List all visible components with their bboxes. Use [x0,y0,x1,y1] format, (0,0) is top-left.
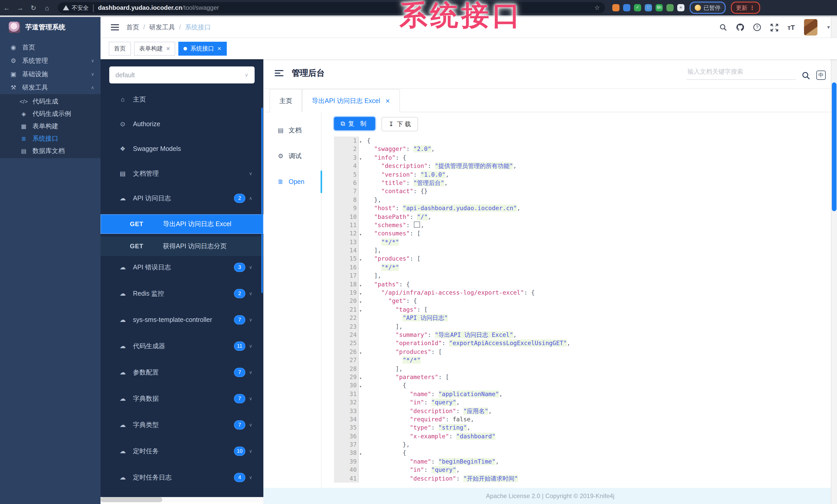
sidebar-item-基础设施[interactable]: ▣基础设施∨ [0,68,101,81]
fold-caret-icon[interactable]: ▾ [359,349,362,358]
api-group-字典类型[interactable]: ☁字典类型7∨ [101,416,263,434]
fold-caret-icon[interactable]: ▾ [359,307,362,316]
chevron-down-icon[interactable]: ▼ [826,25,831,30]
code-line: 36 "x-example": "dashboard" [334,432,837,441]
code-line: 9 "host": "api-dashboard.yudao.iocoder.c… [334,204,837,212]
profile-chip[interactable]: 已暂停 [690,2,726,14]
sidebar-toggle-icon[interactable] [111,24,119,31]
fold-caret-icon[interactable]: ▾ [359,231,362,240]
security-label[interactable]: 不安全 [72,4,89,12]
api-group-Redis 监控[interactable]: ☁Redis 监控2∨ [101,285,263,302]
forward-icon[interactable]: → [13,4,27,12]
api-panel-hscrollbar[interactable] [101,497,263,502]
ext-orange-icon[interactable] [612,4,620,11]
code-text: "*/*" [359,263,399,272]
help-icon[interactable]: ? [753,23,761,32]
copy-button[interactable]: ⧉ 复 制 [334,117,375,130]
tag-系统接口[interactable]: 系统接口✕ [179,42,227,56]
fold-caret-icon[interactable]: ▾ [359,138,362,147]
sidebar-item-研发工具[interactable]: ⚒研发工具∧ [0,81,101,94]
extensions-row: ✓∷6h★ [612,4,684,11]
fold-caret-icon[interactable]: ▾ [359,155,362,164]
api-group-定时任务[interactable]: ☁定时任务10∨ [101,443,263,460]
sidebar-subitem-系统接口[interactable]: ≣系统接口 [0,132,101,145]
api-group-API 错误日志[interactable]: ☁API 错误日志3∨ [101,259,263,276]
api-group-sys-sms-template-controller[interactable]: ☁sys-sms-template-controller7∨ [101,311,263,329]
download-button[interactable]: ↧ 下 载 [381,117,418,131]
api-operation[interactable]: GET获得API 访问日志分页 [101,237,263,256]
home-icon[interactable]: ⌂ [40,4,54,12]
api-operation[interactable]: GET导出API 访问日志 Excel [101,214,263,234]
doc-area: 管理后台 输入文档关键字搜索 中 主页导出API 访问日志 Excel✕ ▤文档… [263,59,837,504]
rail-item-文档[interactable]: ▤文档 [263,122,321,139]
github-icon[interactable] [736,23,744,32]
line-number: 20▾ [334,297,359,305]
empty-array-fold-icon[interactable] [414,222,420,228]
api-nav-主页[interactable]: ⌂主页 [101,91,263,108]
line-number: 22 [334,314,359,322]
menu-fold-icon[interactable] [275,70,283,77]
sidebar-subitem-代码生成[interactable]: </>代码生成 [0,95,101,108]
count-badge: 11 [234,341,245,351]
ext-white-star-icon[interactable]: ★ [677,4,684,11]
api-group-定时任务日志[interactable]: ☁定时任务日志4∨ [101,469,263,486]
api-group-select[interactable]: default ∨ [109,67,255,83]
page-scrollbar[interactable] [831,17,837,504]
fold-caret-icon[interactable]: ▾ [359,281,362,290]
code-line: 41 "description": "开始开始请求时间" [334,474,837,483]
doc-tab-导出API 访问日志 Excel[interactable]: 导出API 访问日志 Excel✕ [302,89,400,112]
fullscreen-icon[interactable] [770,23,778,32]
breadcrumb-item[interactable]: 首页 [126,23,139,32]
font-size-icon[interactable]: тT [787,23,795,32]
logo-row[interactable]: 芋道管理系统 [0,17,101,38]
tag-首页[interactable]: 首页 [109,42,131,56]
json-editor[interactable]: 1▾{2 "swagger": "2.0",3▾ "info": {4 "des… [334,136,837,488]
breadcrumb-item[interactable]: 研发工具 [149,23,175,32]
api-group-参数配置[interactable]: ☁参数配置7∨ [101,363,263,381]
close-icon[interactable]: ✕ [166,46,170,52]
api-group-字典数据[interactable]: ☁字典数据7∨ [101,390,263,407]
api-nav-Authorize[interactable]: ⊙Authorize [101,115,263,133]
fold-caret-icon[interactable]: ▾ [359,290,362,298]
ext-blue-drop-icon[interactable] [623,4,630,11]
ext-green-leaf-icon[interactable] [666,4,674,11]
update-chip[interactable]: 更新 ⋮ [731,2,760,14]
sidebar-item-系统管理[interactable]: ⚙系统管理∨ [0,54,101,68]
sidebar-subitem-表单构建[interactable]: ▦表单构建 [0,120,101,132]
fold-caret-icon[interactable]: ▾ [359,256,362,265]
code-line: 16 "*/*" [334,263,837,272]
bookmark-star-icon[interactable]: ☆ [594,4,600,11]
close-icon[interactable]: ✕ [385,98,390,104]
sidebar-subitem-数据库文档[interactable]: ▤数据库文档 [0,145,101,157]
ext-6h-icon[interactable]: 6h [656,4,663,11]
page-scrollbar-thumb[interactable] [832,82,836,211]
close-icon[interactable]: ✕ [217,46,221,52]
api-nav-Swagger Models[interactable]: ❖Swagger Models [101,140,263,157]
avatar[interactable] [804,19,817,36]
search-icon[interactable] [719,23,727,32]
rail-item-Open[interactable]: 🗎Open [263,173,321,191]
fold-caret-icon[interactable]: ▾ [359,374,362,383]
tag-表单构建[interactable]: 表单构建✕ [134,42,176,56]
sidebar-subitem-代码生成示例[interactable]: ◈代码生成示例 [0,108,101,120]
doc-tab-主页[interactable]: 主页 [270,89,302,112]
fold-caret-icon[interactable]: ▾ [359,450,362,459]
doc-search-icon[interactable] [802,71,810,79]
app-title: 芋道管理系统 [25,23,66,32]
api-nav-API 访问日志[interactable]: ☁API 访问日志2∧ [101,189,263,207]
back-icon[interactable]: ← [0,4,13,12]
api-group-label: 参数配置 [133,368,159,377]
doc-search-input[interactable]: 输入文档关键字搜索 [687,67,796,79]
browser-menu-icon[interactable]: ⋮ [749,4,755,11]
ext-green-circle-icon[interactable]: ✓ [634,4,641,11]
language-icon[interactable]: 中 [816,70,826,79]
fold-caret-icon[interactable]: ▾ [359,383,362,391]
ext-blue-grid-icon[interactable]: ∷ [645,4,652,11]
rail-item-调试[interactable]: ⚙调试 [263,147,321,165]
api-panel-scrollbar[interactable] [261,108,263,293]
api-group-代码生成器[interactable]: ☁代码生成器11∨ [101,337,263,355]
fold-caret-icon[interactable]: ▾ [359,298,362,307]
reload-icon[interactable]: ↻ [27,4,40,12]
api-nav-文档管理[interactable]: ▤文档管理∨ [101,165,263,182]
sidebar-item-首页[interactable]: ◉首页 [0,41,101,54]
